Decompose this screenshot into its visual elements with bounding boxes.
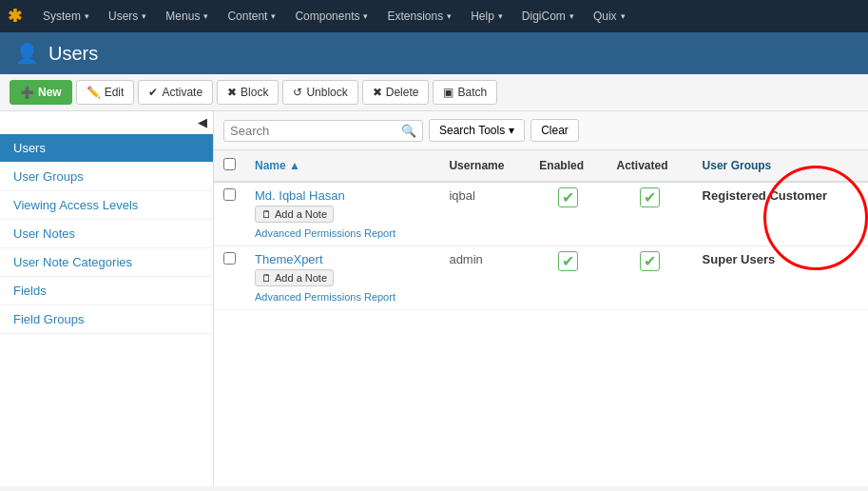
row-checkbox-cell xyxy=(214,246,245,310)
enabled-cell-0: ✔ xyxy=(530,182,607,246)
clear-button[interactable]: Clear xyxy=(530,119,579,142)
user-name-link-0[interactable]: Md. Iqbal Hasan xyxy=(255,188,430,203)
note-icon-0: 🗒 xyxy=(261,208,272,220)
search-icon[interactable]: 🔍 xyxy=(401,124,416,138)
delete-icon: ✖ xyxy=(373,86,382,99)
nav-help[interactable]: Help ▾ xyxy=(461,0,512,32)
top-navigation: ✱ System ▾ Users ▾ Menus ▾ Content ▾ Com… xyxy=(0,0,868,32)
activated-cell-0: ✔ xyxy=(608,182,693,246)
page-header: 👤 Users xyxy=(0,32,868,74)
plus-icon: ➕ xyxy=(20,86,34,99)
content-area: 🔍 Search Tools ▾ Clear Name ▲ xyxy=(214,111,868,486)
collapse-icon: ◀ xyxy=(198,115,207,129)
unblock-icon: ↺ xyxy=(293,86,302,99)
nav-components[interactable]: Components ▾ xyxy=(285,0,377,32)
quix-arrow-icon: ▾ xyxy=(621,11,626,21)
users-table-wrapper: Name ▲ Username Enabled Activated User G… xyxy=(214,150,868,310)
usergroups-column-header: User Groups xyxy=(693,150,868,182)
usergroups-cell-0: Registered Customer xyxy=(693,182,868,246)
sidebar-item-user-groups[interactable]: User Groups xyxy=(0,163,213,191)
extensions-arrow-icon: ▾ xyxy=(447,11,452,21)
name-cell-1: ThemeXpert 🗒 Add a Note Advanced Permiss… xyxy=(245,246,439,310)
sidebar-item-field-groups[interactable]: Field Groups xyxy=(0,305,213,334)
enabled-check-icon: ✔ xyxy=(558,251,578,271)
users-page-icon: 👤 xyxy=(15,42,39,65)
adv-perm-link-1[interactable]: Advanced Permissions Report xyxy=(255,291,395,303)
block-button[interactable]: ✖ Block xyxy=(217,80,279,105)
select-all-checkbox[interactable] xyxy=(223,158,236,170)
sidebar-item-users[interactable]: Users xyxy=(0,134,213,163)
users-arrow-icon: ▾ xyxy=(142,11,146,21)
sidebar-item-viewing-access-levels[interactable]: Viewing Access Levels xyxy=(0,191,213,220)
activated-column-header: Activated xyxy=(608,150,693,182)
table-row: Md. Iqbal Hasan 🗒 Add a Note Advanced Pe… xyxy=(214,182,868,246)
activated-check-icon: ✔ xyxy=(640,251,660,271)
components-arrow-icon: ▾ xyxy=(363,11,368,21)
username-column-header: Username xyxy=(439,150,530,182)
nav-extensions[interactable]: Extensions ▾ xyxy=(377,0,461,32)
new-button[interactable]: ➕ New xyxy=(10,80,72,105)
select-all-header xyxy=(214,150,245,182)
row-checkbox-1[interactable] xyxy=(223,252,236,265)
table-header-row: Name ▲ Username Enabled Activated User G… xyxy=(214,150,868,182)
batch-icon: ▣ xyxy=(443,86,453,99)
activated-check-icon: ✔ xyxy=(640,187,660,207)
content-arrow-icon: ▾ xyxy=(271,11,276,21)
activated-cell-1: ✔ xyxy=(608,246,693,310)
nav-content[interactable]: Content ▾ xyxy=(218,0,285,32)
block-icon: ✖ xyxy=(227,86,237,99)
delete-button[interactable]: ✖ Delete xyxy=(362,80,430,105)
nav-system[interactable]: System ▾ xyxy=(33,0,99,32)
sidebar-item-user-notes[interactable]: User Notes xyxy=(0,220,213,248)
system-arrow-icon: ▾ xyxy=(85,11,89,21)
menus-arrow-icon: ▾ xyxy=(203,11,208,21)
user-name-link-1[interactable]: ThemeXpert xyxy=(255,252,430,266)
nav-users[interactable]: Users ▾ xyxy=(99,0,156,32)
name-cell-0: Md. Iqbal Hasan 🗒 Add a Note Advanced Pe… xyxy=(245,182,439,246)
unblock-button[interactable]: ↺ Unblock xyxy=(282,80,357,105)
enabled-column-header: Enabled xyxy=(530,150,607,182)
batch-button[interactable]: ▣ Batch xyxy=(433,80,497,105)
row-checkbox-cell xyxy=(214,182,245,246)
row-checkbox-0[interactable] xyxy=(223,188,236,201)
users-table: Name ▲ Username Enabled Activated User G… xyxy=(214,150,868,310)
table-row: ThemeXpert 🗒 Add a Note Advanced Permiss… xyxy=(214,246,868,310)
username-cell-0: iqbal xyxy=(439,182,530,246)
sidebar-item-fields[interactable]: Fields xyxy=(0,277,213,305)
username-cell-1: admin xyxy=(439,246,530,310)
edit-button[interactable]: ✏️ Edit xyxy=(76,80,135,105)
nav-quix[interactable]: Quix ▾ xyxy=(584,0,635,32)
add-note-button-0[interactable]: 🗒 Add a Note xyxy=(255,206,334,223)
digicom-arrow-icon: ▾ xyxy=(569,11,574,21)
search-tools-button[interactable]: Search Tools ▾ xyxy=(429,119,525,142)
note-icon-1: 🗒 xyxy=(261,272,272,284)
sidebar-item-user-note-categories[interactable]: User Note Categories xyxy=(0,248,213,277)
search-input[interactable] xyxy=(230,124,401,138)
add-note-button-1[interactable]: 🗒 Add a Note xyxy=(255,269,334,286)
help-arrow-icon: ▾ xyxy=(498,11,503,21)
activate-button[interactable]: ✔ Activate xyxy=(138,80,213,105)
name-column-header[interactable]: Name ▲ xyxy=(245,150,439,182)
main-layout: ◀ Users User Groups Viewing Access Level… xyxy=(0,111,868,486)
toolbar: ➕ New ✏️ Edit ✔ Activate ✖ Block ↺ Unblo… xyxy=(0,74,868,111)
enabled-cell-1: ✔ xyxy=(530,246,607,310)
search-input-wrapper: 🔍 xyxy=(223,120,423,142)
activate-icon: ✔ xyxy=(148,86,158,99)
sidebar-collapse-button[interactable]: ◀ xyxy=(0,111,213,134)
enabled-check-icon: ✔ xyxy=(558,187,578,207)
search-tools-arrow-icon: ▾ xyxy=(509,124,514,137)
adv-perm-link-0[interactable]: Advanced Permissions Report xyxy=(255,227,395,239)
edit-icon: ✏️ xyxy=(87,86,101,99)
usergroups-cell-1: Super Users xyxy=(693,246,868,310)
sidebar: ◀ Users User Groups Viewing Access Level… xyxy=(0,111,214,486)
page-title: Users xyxy=(48,43,98,65)
joomla-logo: ✱ xyxy=(8,6,22,27)
nav-menus[interactable]: Menus ▾ xyxy=(156,0,218,32)
nav-digicom[interactable]: DigiCom ▾ xyxy=(512,0,584,32)
search-bar: 🔍 Search Tools ▾ Clear xyxy=(214,111,868,150)
